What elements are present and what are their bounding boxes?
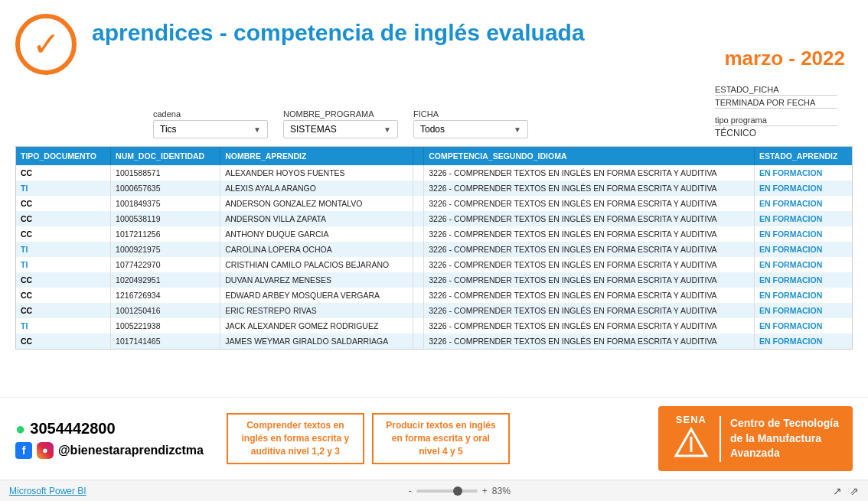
tipo-programa-label: tipo programa (715, 115, 837, 126)
programa-label: NOMBRE_PROGRAMA (283, 109, 398, 119)
zoom-controls: - + 83% (409, 486, 511, 496)
bottom-bar: Microsoft Power BI - + 83% ↗ ⇗ (0, 480, 868, 501)
cell-competencia: 3226 - COMPRENDER TEXTOS EN INGLÉS EN FO… (424, 303, 755, 318)
data-table: TIPO_DOCUMENTO NUM_DOC_IDENTIDAD NOMBRE_… (16, 147, 852, 349)
cell-num: 1001588571 (111, 165, 220, 181)
footer-sena: SENA Centro de Tecnología de la Manufact… (658, 406, 853, 471)
cell-tipo: TI (16, 242, 111, 257)
sena-logo: SENA (672, 414, 710, 464)
cell-competencia: 3226 - COMPRENDER TEXTOS EN INGLÉS EN FO… (424, 272, 755, 288)
cell-nombre: CRISTHIAN CAMILO PALACIOS BEJARANO (220, 257, 413, 272)
power-bi-link[interactable]: Microsoft Power BI (9, 486, 86, 496)
cell-tipo: CC (16, 165, 111, 181)
badge-produccion: Producir textos en inglés en forma escri… (372, 413, 510, 464)
col-estado: ESTADO_APRENDIZ (754, 147, 852, 165)
share-icon[interactable]: ↗ (833, 485, 842, 497)
cell-extra (413, 272, 423, 288)
sena-logo-icon (672, 425, 710, 464)
table-row: CC 1017211256 ANTHONY DUQUE GARCIA 3226 … (16, 226, 852, 242)
expand-icon[interactable]: ⇗ (850, 485, 859, 497)
cell-nombre: ALEXANDER HOYOS FUENTES (220, 165, 413, 181)
zoom-slider[interactable] (416, 490, 478, 493)
footer-badges: Comprender textos en inglés en forma esc… (227, 413, 510, 464)
cell-estado: EN FORMACION (754, 288, 852, 303)
cell-competencia: 3226 - COMPRENDER TEXTOS EN INGLÉS EN FO… (424, 257, 755, 272)
cell-extra (413, 211, 423, 226)
programa-value: SISTEMAS (290, 124, 337, 135)
cell-extra (413, 288, 423, 303)
cell-num: 1001849375 (111, 196, 220, 211)
cell-num: 1000538119 (111, 211, 220, 226)
tipo-programa-value: TÉCNICO (715, 128, 837, 138)
cell-num: 1216726934 (111, 288, 220, 303)
whatsapp-icon: ● (15, 419, 25, 439)
cell-competencia: 3226 - COMPRENDER TEXTOS EN INGLÉS EN FO… (424, 196, 755, 211)
checkmark-icon: ✓ (32, 28, 60, 61)
table-row: CC 1001588571 ALEXANDER HOYOS FUENTES 32… (16, 165, 852, 181)
cell-num: 1017211256 (111, 226, 220, 242)
estado-ficha-value: TERMINADA POR FECHA (715, 97, 837, 109)
cell-tipo: CC (16, 272, 111, 288)
sena-description: Centro de Tecnología de la Manufactura A… (730, 416, 839, 461)
cell-num: 1020492951 (111, 272, 220, 288)
table-row: CC 1000538119 ANDERSON VILLA ZAPATA 3226… (16, 211, 852, 226)
filter-ficha: FICHA Todos ▼ (413, 109, 528, 138)
cell-estado: EN FORMACION (754, 242, 852, 257)
cell-num: 1001250416 (111, 303, 220, 318)
cell-extra (413, 196, 423, 211)
sena-divider (720, 416, 721, 462)
bottom-icons: ↗ ⇗ (833, 485, 859, 497)
cadena-select[interactable]: Tics ▼ (153, 120, 268, 138)
cell-tipo: CC (16, 226, 111, 242)
footer-social: f ● @bienestaraprendizctma (15, 442, 204, 459)
cell-tipo: CC (16, 333, 111, 349)
cell-competencia: 3226 - COMPRENDER TEXTOS EN INGLÉS EN FO… (424, 211, 755, 226)
cell-competencia: 3226 - COMPRENDER TEXTOS EN INGLÉS EN FO… (424, 181, 755, 196)
cell-competencia: 3226 - COMPRENDER TEXTOS EN INGLÉS EN FO… (424, 165, 755, 181)
cell-nombre: DUVAN ALVAREZ MENESES (220, 272, 413, 288)
table-header-row: TIPO_DOCUMENTO NUM_DOC_IDENTIDAD NOMBRE_… (16, 147, 852, 165)
col-competencia: COMPETENCIA_SEGUNDO_IDIOMA (424, 147, 755, 165)
table-row: CC 1017141465 JAMES WEYMAR GIRALDO SALDA… (16, 333, 852, 349)
cell-nombre: ANDERSON GONZALEZ MONTALVO (220, 196, 413, 211)
cell-extra (413, 165, 423, 181)
cell-competencia: 3226 - COMPRENDER TEXTOS EN INGLÉS EN FO… (424, 333, 755, 349)
cell-nombre: JAMES WEYMAR GIRALDO SALDARRIAGA (220, 333, 413, 349)
cell-estado: EN FORMACION (754, 165, 852, 181)
cell-estado: EN FORMACION (754, 211, 852, 226)
table-row: CC 1216726934 EDWARD ARBEY MOSQUERA VERG… (16, 288, 852, 303)
zoom-minus-button[interactable]: - (409, 486, 412, 496)
programa-chevron-icon: ▼ (383, 125, 391, 134)
cell-nombre: EDWARD ARBEY MOSQUERA VERGARA (220, 288, 413, 303)
instagram-icon: ● (37, 442, 54, 459)
cell-estado: EN FORMACION (754, 303, 852, 318)
cell-tipo: CC (16, 196, 111, 211)
header-title: aprendices - competencia de inglés evalu… (92, 19, 845, 70)
cell-extra (413, 181, 423, 196)
col-nombre: NOMBRE_APRENDIZ (220, 147, 413, 165)
cell-num: 1000657635 (111, 181, 220, 196)
table-row: CC 1001849375 ANDERSON GONZALEZ MONTALVO… (16, 196, 852, 211)
table-row: CC 1020492951 DUVAN ALVAREZ MENESES 3226… (16, 272, 852, 288)
cell-nombre: ALEXIS AYALA ARANGO (220, 181, 413, 196)
cell-estado: EN FORMACION (754, 226, 852, 242)
cell-extra (413, 226, 423, 242)
cell-tipo: CC (16, 288, 111, 303)
cell-nombre: CAROLINA LOPERA OCHOA (220, 242, 413, 257)
cell-nombre: ERIC RESTREPO RIVAS (220, 303, 413, 318)
footer-left: ● 3054442800 f ● @bienestaraprendizctma (15, 419, 204, 459)
cell-competencia: 3226 - COMPRENDER TEXTOS EN INGLÉS EN FO… (424, 226, 755, 242)
cell-estado: EN FORMACION (754, 181, 852, 196)
header: ✓ aprendices - competencia de inglés eva… (0, 0, 868, 81)
footer-phone: ● 3054442800 (15, 419, 204, 439)
cell-num: 1077422970 (111, 257, 220, 272)
cell-estado: EN FORMACION (754, 257, 852, 272)
programa-select[interactable]: SISTEMAS ▼ (283, 120, 398, 138)
phone-number: 3054442800 (30, 420, 115, 438)
subtitle: marzo - 2022 (92, 47, 845, 70)
zoom-plus-button[interactable]: + (482, 486, 488, 496)
ficha-select[interactable]: Todos ▼ (413, 120, 528, 138)
cell-competencia: 3226 - COMPRENDER TEXTOS EN INGLÉS EN FO… (424, 288, 755, 303)
filters-row: cadena Tics ▼ NOMBRE_PROGRAMA SISTEMAS ▼… (0, 81, 868, 138)
cell-nombre: ANTHONY DUQUE GARCIA (220, 226, 413, 242)
